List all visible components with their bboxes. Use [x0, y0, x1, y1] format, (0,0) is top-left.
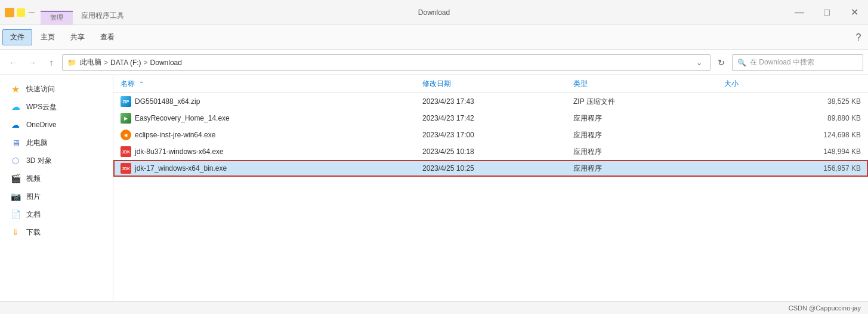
table-row[interactable]: ◉ eclipse-inst-jre-win64.exe 2023/4/23 1… — [113, 127, 868, 143]
path-part-3: Download — [150, 59, 182, 67]
jdk-icon: JDK — [121, 163, 131, 174]
close-button[interactable]: ✕ — [841, 0, 868, 25]
exe-icon: ▶ — [121, 113, 131, 124]
file-table: 名称 ⌃ 修改日期 类型 大小 ZIP DG5501488_x64.zip 20… — [113, 75, 868, 177]
file-size: 148,994 KB — [717, 143, 868, 160]
ribbon: 文件 主页 共享 查看 ? — [0, 25, 868, 50]
sidebar-item-onedrive[interactable]: ☁ OneDrive — [0, 116, 113, 134]
sidebar-item-documents[interactable]: 📄 文档 — [0, 205, 113, 223]
eclipse-icon: ◉ — [121, 130, 131, 140]
doc-icon: 📄 — [10, 208, 21, 220]
jdk-icon: JDK — [121, 146, 131, 157]
col-header-date[interactable]: 修改日期 — [415, 75, 566, 93]
window-title: Download — [418, 8, 450, 17]
sidebar-item-downloads[interactable]: ⇓ 下载 — [0, 223, 113, 241]
path-part-1: 此电脑 — [80, 57, 101, 67]
cloud-icon: ☁ — [10, 101, 21, 113]
folder-icon: 📁 — [67, 59, 76, 67]
sort-arrow-name: ⌃ — [139, 81, 144, 87]
help-button[interactable]: ? — [851, 30, 866, 45]
file-name-cell: JDK jdk-8u371-windows-x64.exe — [113, 143, 415, 160]
sidebar-item-3d[interactable]: ⬡ 3D 对象 — [0, 152, 113, 170]
nav-up-button[interactable]: ↑ — [43, 54, 60, 71]
zip-icon: ZIP — [121, 96, 131, 107]
status-credit: CSDN @Cappuccino-jay — [789, 304, 861, 312]
file-size: 124,698 KB — [717, 127, 868, 143]
pc-icon: 🖥 — [10, 137, 21, 149]
file-size: 89,880 KB — [717, 110, 868, 127]
file-size: 156,957 KB — [717, 160, 868, 177]
sidebar-item-quick-access[interactable]: ★ 快速访问 — [0, 80, 113, 98]
file-date: 2023/4/23 17:42 — [415, 110, 566, 127]
3d-icon: ⬡ — [10, 155, 21, 167]
status-bar: CSDN @Cappuccino-jay — [0, 301, 868, 314]
app-icon-notes — [17, 8, 25, 17]
sidebar-item-this-pc[interactable]: 🖥 此电脑 — [0, 134, 113, 152]
file-name-cell: JDK jdk-17_windows-x64_bin.exe — [113, 160, 415, 177]
col-header-size[interactable]: 大小 — [717, 75, 868, 93]
onedrive-icon: ☁ — [10, 119, 21, 131]
sidebar-label-documents: 文档 — [26, 210, 41, 220]
path-part-2: DATA (F:) — [110, 59, 141, 67]
file-size: 38,525 KB — [717, 93, 868, 110]
address-bar: ← → ↑ 📁 此电脑 > DATA (F:) > Download ⌄ ↻ 🔍… — [0, 50, 868, 75]
search-placeholder: 在 Download 中搜索 — [750, 57, 814, 67]
file-type: 应用程序 — [566, 127, 717, 143]
search-box[interactable]: 🔍 在 Download 中搜索 — [732, 54, 863, 71]
file-type: ZIP 压缩文件 — [566, 93, 717, 110]
file-name: EasyRecovery_Home_14.exe — [135, 114, 230, 122]
sidebar-item-wps[interactable]: ☁ WPS云盘 — [0, 98, 113, 116]
sidebar-label-videos: 视频 — [26, 174, 41, 184]
file-area: 名称 ⌃ 修改日期 类型 大小 ZIP DG5501488_x64.zip 20… — [113, 75, 868, 301]
file-type: 应用程序 — [566, 110, 717, 127]
nav-forward-button[interactable]: → — [24, 54, 41, 71]
nav-back-button[interactable]: ← — [5, 54, 21, 71]
table-row[interactable]: ▶ EasyRecovery_Home_14.exe 2023/4/23 17:… — [113, 110, 868, 127]
path-dropdown-button[interactable]: ⌄ — [693, 57, 705, 69]
ribbon-tab-file[interactable]: 文件 — [2, 29, 32, 45]
table-header-row: 名称 ⌃ 修改日期 类型 大小 — [113, 75, 868, 93]
sidebar-item-videos[interactable]: 🎬 视频 — [0, 170, 113, 187]
main-layout: ★ 快速访问 ☁ WPS云盘 ☁ OneDrive 🖥 此电脑 ⬡ — [0, 75, 868, 301]
title-bar-divider — [29, 12, 35, 13]
refresh-button[interactable]: ↻ — [713, 54, 730, 71]
tab-manage[interactable]: 管理 — [41, 11, 73, 24]
table-row[interactable]: JDK jdk-17_windows-x64_bin.exe 2023/4/25… — [113, 160, 868, 177]
col-header-type[interactable]: 类型 — [566, 75, 717, 93]
file-name: eclipse-inst-jre-win64.exe — [135, 131, 215, 139]
col-header-name[interactable]: 名称 ⌃ — [113, 75, 415, 93]
file-name-cell: ◉ eclipse-inst-jre-win64.exe — [113, 127, 415, 143]
sidebar: ★ 快速访问 ☁ WPS云盘 ☁ OneDrive 🖥 此电脑 ⬡ — [0, 75, 113, 301]
ribbon-tab-view[interactable]: 查看 — [93, 30, 122, 45]
app-icon-folder — [5, 8, 14, 17]
download-icon: ⇓ — [10, 226, 21, 238]
file-type: 应用程序 — [566, 160, 717, 177]
ribbon-tab-home[interactable]: 主页 — [33, 30, 62, 45]
sidebar-label-downloads: 下载 — [26, 227, 41, 238]
file-name: jdk-17_windows-x64_bin.exe — [135, 164, 227, 173]
minimize-button[interactable]: — — [786, 0, 813, 25]
sidebar-label-onedrive: OneDrive — [26, 121, 57, 129]
path-sep-2: > — [144, 59, 148, 67]
window-controls: — □ ✕ — [786, 0, 868, 24]
file-type: 应用程序 — [566, 143, 717, 160]
address-path[interactable]: 📁 此电脑 > DATA (F:) > Download ⌄ — [62, 54, 711, 71]
file-date: 2023/4/25 10:18 — [415, 143, 566, 160]
sidebar-label-quick-access: 快速访问 — [26, 84, 55, 94]
table-row[interactable]: JDK jdk-8u371-windows-x64.exe 2023/4/25 … — [113, 143, 868, 160]
file-date: 2023/4/23 17:43 — [415, 93, 566, 110]
maximize-button[interactable]: □ — [813, 0, 841, 25]
ribbon-tab-group: 管理 应用程序工具 — [41, 0, 786, 24]
file-name-cell: ZIP DG5501488_x64.zip — [113, 93, 415, 110]
file-date: 2023/4/25 10:25 — [415, 160, 566, 177]
sidebar-item-images[interactable]: 📷 图片 — [0, 187, 113, 205]
image-icon: 📷 — [10, 190, 21, 202]
sidebar-label-wps: WPS云盘 — [26, 102, 57, 112]
ribbon-tab-share[interactable]: 共享 — [63, 30, 92, 45]
table-row[interactable]: ZIP DG5501488_x64.zip 2023/4/23 17:43 ZI… — [113, 93, 868, 110]
file-date: 2023/4/23 17:00 — [415, 127, 566, 143]
sidebar-label-this-pc: 此电脑 — [26, 138, 48, 148]
search-icon: 🔍 — [737, 59, 746, 67]
sidebar-label-images: 图片 — [26, 192, 41, 202]
path-sep-1: > — [104, 59, 108, 67]
